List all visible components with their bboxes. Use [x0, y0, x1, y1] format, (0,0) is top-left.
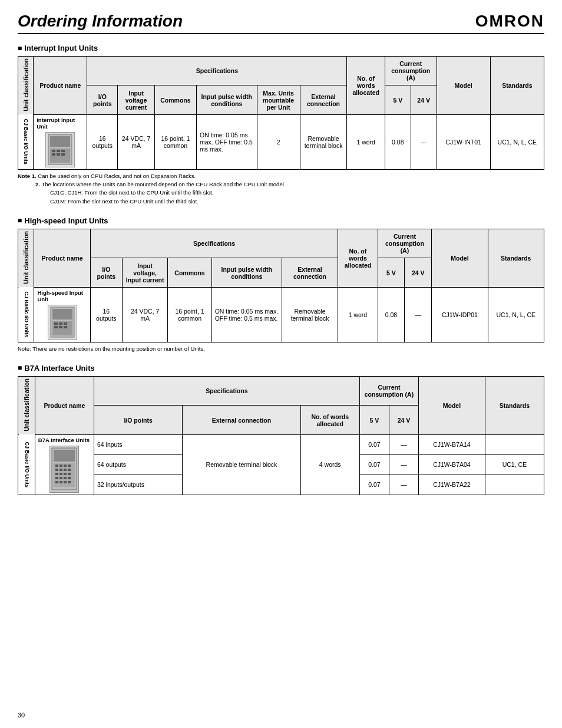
td-input-voltage-1: 24 VDC, 7 mA [118, 114, 155, 169]
interrupt-notes: Note 1. Can be used only on CPU Racks, a… [18, 172, 544, 206]
svg-rect-16 [59, 326, 62, 328]
svg-rect-10 [52, 309, 72, 319]
td-ext-conn-b7a: Removable terminal block [183, 434, 300, 495]
svg-rect-14 [64, 322, 67, 325]
td-model-b7a-row0: CJ1W-B7A14 [419, 434, 485, 454]
svg-rect-26 [59, 469, 62, 471]
b7a-interface-table: Unit classification Product name Specifi… [18, 376, 544, 495]
td-product-name-3: B7A Interface Units [35, 434, 94, 495]
th-io-3: I/O points [94, 406, 182, 434]
td-product-name-1: Interrupt Input Unit [34, 114, 87, 169]
note-2b: CJ1M: From the slot next to the CPU Unit… [18, 197, 544, 206]
td-model-2: CJ1W-IDP01 [432, 287, 488, 342]
th-product-name-2: Product name [34, 229, 90, 287]
td-standards-b7a-row0 [485, 434, 544, 454]
svg-rect-36 [68, 477, 71, 479]
td-unit-class-3: CJ Basic I/O Units [18, 434, 35, 495]
interrupt-input-title: Interrupt Input Units [18, 44, 544, 52]
th-standards-2: Standards [488, 229, 544, 287]
td-standards-b7a-row1: UC1, CE [485, 454, 544, 475]
th-specifications-2: Specifications [90, 229, 338, 258]
td-pulse-2: ON time: 0.05 ms max. OFF time: 0.5 ms m… [211, 287, 282, 342]
interrupt-unit-image [37, 132, 84, 167]
th-ext-conn-2: External connection [282, 258, 338, 287]
svg-rect-35 [64, 477, 67, 479]
td-24v-b7a-row0: — [389, 434, 418, 454]
th-words-3: No. of words allocated [300, 406, 359, 434]
svg-rect-27 [64, 469, 67, 471]
th-specifications-1: Specifications [87, 57, 347, 85]
td-model-b7a-row2: CJ1W-B7A22 [419, 475, 485, 495]
td-24v-b7a-row1: — [389, 454, 418, 475]
td-standards-2: UC1, N, L, CE [488, 287, 544, 342]
b7a-unit-image [38, 446, 91, 493]
td-product-name-2: High-speed Input Unit [34, 287, 90, 342]
svg-rect-5 [61, 150, 65, 152]
th-commons-1: Commons [154, 85, 196, 114]
td-words-2: 1 word [338, 287, 378, 342]
td-5v-b7a-row0: 0.07 [359, 434, 389, 454]
svg-rect-33 [55, 477, 58, 479]
th-ext-conn-3: External connection [183, 406, 300, 434]
svg-rect-30 [59, 473, 62, 475]
th-unit-class-1: Unit classification [18, 57, 34, 115]
page-title: Ordering Information [18, 12, 183, 31]
svg-rect-7 [57, 153, 60, 156]
th-current-2: Current consumption (A) [378, 229, 432, 258]
svg-rect-29 [55, 473, 58, 475]
th-words-2: No. of words allocated [338, 229, 378, 287]
svg-rect-12 [54, 322, 58, 325]
th-io-1: I/O points [87, 85, 118, 114]
td-io-b7a-row2: 32 inputs/outputs [94, 475, 182, 495]
td-24v-1: — [411, 114, 437, 169]
td-words-b7a: 4 words [300, 434, 359, 495]
high-speed-unit-image [37, 305, 87, 340]
svg-rect-28 [68, 469, 71, 471]
th-ext-conn-1: External connection [300, 85, 347, 114]
th-unit-class-3: Unit classification [18, 376, 35, 434]
td-io-1: 16 outputs [87, 114, 118, 169]
svg-rect-13 [59, 322, 62, 325]
td-standards-1: UC1, N, L, CE [490, 114, 544, 169]
th-product-name-3: Product name [35, 376, 94, 434]
svg-rect-17 [64, 326, 67, 328]
td-5v-1: 0.08 [385, 114, 411, 169]
td-pulse-1: ON time: 0.05 ms max. OFF time: 0.5 ms m… [196, 114, 257, 169]
th-model-2: Model [432, 229, 488, 287]
th-standards-1: Standards [490, 57, 544, 115]
th-words-1: No. of words allocated [347, 57, 385, 115]
td-24v-b7a-row2: — [389, 475, 418, 495]
td-io-2: 16 outputs [90, 287, 122, 342]
svg-rect-21 [55, 465, 58, 467]
td-5v-b7a-row1: 0.07 [359, 454, 389, 475]
interrupt-input-section: Interrupt Input Units Unit classificatio… [18, 44, 544, 206]
th-24v-3: 24 V [389, 406, 418, 434]
td-model-b7a-row1: CJ1W-B7A04 [419, 454, 485, 475]
td-input-voltage-2: 24 VDC, 7 mA [122, 287, 167, 342]
td-max-units-1: 2 [257, 114, 300, 169]
td-5v-2: 0.08 [378, 287, 405, 342]
svg-rect-6 [52, 153, 55, 156]
page-header: Ordering Information OMRON [18, 12, 544, 34]
high-speed-input-title: High-speed Input Units [18, 216, 544, 225]
page-number: 30 [18, 711, 25, 719]
svg-rect-31 [64, 473, 67, 475]
th-5v-1: 5 V [385, 85, 411, 114]
th-commons-2: Commons [168, 258, 211, 287]
svg-rect-22 [59, 465, 62, 467]
th-io-2: I/O points [90, 258, 122, 287]
td-words-1: 1 word [347, 114, 385, 169]
note-2: 2. The locations where the Units can be … [18, 180, 544, 189]
svg-rect-32 [68, 473, 71, 475]
th-current-3: Current consumption (A) [359, 376, 418, 405]
interrupt-input-table: Unit classification Product name Specifi… [18, 56, 544, 170]
th-model-1: Model [437, 57, 490, 115]
svg-rect-15 [54, 326, 58, 328]
high-speed-input-section: High-speed Input Units Unit classificati… [18, 216, 544, 353]
td-5v-b7a-row2: 0.07 [359, 475, 389, 495]
b7a-interface-title: B7A Interface Units [18, 364, 544, 373]
svg-rect-8 [61, 153, 65, 156]
td-ext-conn-1: Removable terminal block [300, 114, 347, 169]
th-unit-class-2: Unit classification [18, 229, 34, 287]
td-unit-class-1: CJ Basic I/O Units [18, 114, 34, 169]
